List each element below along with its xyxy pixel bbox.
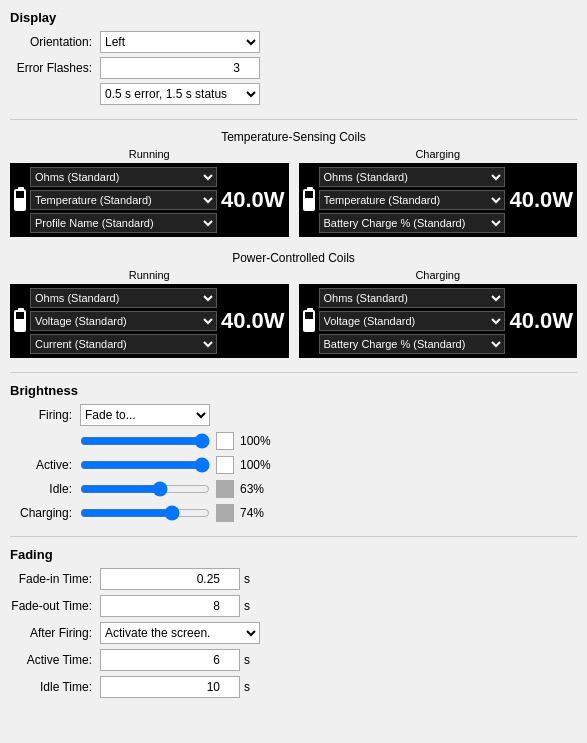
- power-running-select-3[interactable]: Current (Standard): [30, 334, 217, 354]
- charging-slider-row: Charging: 74%: [10, 504, 577, 522]
- power-charging-select-3[interactable]: Battery Charge % (Standard): [319, 334, 506, 354]
- temp-running-panel: Running Ohms (Standard) Temperature (Sta…: [10, 148, 289, 237]
- active-pct: 100%: [240, 458, 275, 472]
- brightness-title: Brightness: [10, 383, 577, 398]
- orientation-select[interactable]: Left Right Top Bottom: [100, 31, 260, 53]
- fade-out-label: Fade-out Time:: [10, 599, 100, 613]
- power-running-select-1[interactable]: Ohms (Standard): [30, 288, 217, 308]
- fade-in-row: Fade-in Time: s: [10, 568, 577, 590]
- error-flashes-label: Error Flashes:: [10, 61, 100, 75]
- battery-icon-temp-running: [14, 189, 26, 211]
- firing-row: Firing: Fade to... On Off: [10, 404, 577, 426]
- orientation-label: Orientation:: [10, 35, 100, 49]
- divider-2: [10, 372, 577, 373]
- firing-select[interactable]: Fade to... On Off: [80, 404, 210, 426]
- idle-time-row: Idle Time: s: [10, 676, 577, 698]
- charging-pct: 74%: [240, 506, 275, 520]
- active-slider-row: Active: 100%: [10, 456, 577, 474]
- temp-charging-label: Charging: [299, 148, 578, 160]
- power-running-label: Running: [10, 269, 289, 281]
- power-coils-title: Power-Controlled Coils: [10, 251, 577, 265]
- power-running-box: Ohms (Standard) Voltage (Standard) Curre…: [10, 284, 289, 358]
- power-charging-select-2[interactable]: Voltage (Standard): [319, 311, 506, 331]
- temp-running-label: Running: [10, 148, 289, 160]
- firing-slider[interactable]: [80, 433, 210, 449]
- power-running-watt: 40.0W: [221, 308, 285, 334]
- active-time-input[interactable]: [100, 649, 240, 671]
- flash-mode-select[interactable]: 0.5 s error, 1.5 s status 1 s error, 1 s…: [100, 83, 260, 105]
- fading-section: Fading Fade-in Time: s Fade-out Time: s …: [10, 547, 577, 698]
- power-running-dropdowns: Ohms (Standard) Voltage (Standard) Curre…: [30, 288, 217, 354]
- display-section: Display Orientation: Left Right Top Bott…: [10, 10, 577, 105]
- temp-running-dropdowns: Ohms (Standard) Temperature (Standard) P…: [30, 167, 217, 233]
- idle-label: Idle:: [10, 482, 80, 496]
- flash-mode-row: 0.5 s error, 1.5 s status 1 s error, 1 s…: [10, 83, 577, 105]
- power-running-select-2[interactable]: Voltage (Standard): [30, 311, 217, 331]
- after-firing-select[interactable]: Activate the screen. Do nothing. Turn of…: [100, 622, 260, 644]
- active-color-box: [216, 456, 234, 474]
- temp-charging-box: Ohms (Standard) Temperature (Standard) B…: [299, 163, 578, 237]
- firing-label: Firing:: [10, 408, 80, 422]
- temp-running-select-1[interactable]: Ohms (Standard): [30, 167, 217, 187]
- power-charging-box: Ohms (Standard) Voltage (Standard) Batte…: [299, 284, 578, 358]
- fading-title: Fading: [10, 547, 577, 562]
- power-charging-panel: Charging Ohms (Standard) Voltage (Standa…: [299, 269, 578, 358]
- error-flashes-input[interactable]: [100, 57, 260, 79]
- fade-in-input[interactable]: [100, 568, 240, 590]
- charging-label: Charging:: [10, 506, 80, 520]
- idle-time-input[interactable]: [100, 676, 240, 698]
- firing-color-box: [216, 432, 234, 450]
- active-label: Active:: [10, 458, 80, 472]
- power-charging-watt: 40.0W: [509, 308, 573, 334]
- temp-charging-select-3[interactable]: Battery Charge % (Standard): [319, 213, 506, 233]
- firing-slider-row: 100%: [10, 432, 577, 450]
- temp-coils-section: Temperature-Sensing Coils Running Ohms (…: [10, 130, 577, 237]
- firing-slider-container: 100%: [80, 432, 275, 450]
- fade-out-input[interactable]: [100, 595, 240, 617]
- temp-charging-select-1[interactable]: Ohms (Standard): [319, 167, 506, 187]
- power-charging-select-1[interactable]: Ohms (Standard): [319, 288, 506, 308]
- display-title: Display: [10, 10, 577, 25]
- active-slider-container: 100%: [80, 456, 275, 474]
- active-slider[interactable]: [80, 457, 210, 473]
- temp-coils-row: Running Ohms (Standard) Temperature (Sta…: [10, 148, 577, 237]
- idle-color-box: [216, 480, 234, 498]
- idle-pct: 63%: [240, 482, 275, 496]
- power-coils-row: Running Ohms (Standard) Voltage (Standar…: [10, 269, 577, 358]
- divider-1: [10, 119, 577, 120]
- temp-charging-watt: 40.0W: [509, 187, 573, 213]
- error-flashes-row: Error Flashes:: [10, 57, 577, 79]
- idle-slider-container: 63%: [80, 480, 275, 498]
- idle-time-label: Idle Time:: [10, 680, 100, 694]
- fade-in-label: Fade-in Time:: [10, 572, 100, 586]
- power-charging-dropdowns: Ohms (Standard) Voltage (Standard) Batte…: [319, 288, 506, 354]
- after-firing-label: After Firing:: [10, 626, 100, 640]
- fade-out-unit: s: [244, 599, 250, 613]
- divider-3: [10, 536, 577, 537]
- power-coils-section: Power-Controlled Coils Running Ohms (Sta…: [10, 251, 577, 358]
- battery-icon-power-charging: [303, 310, 315, 332]
- temp-charging-select-2[interactable]: Temperature (Standard): [319, 190, 506, 210]
- active-time-label: Active Time:: [10, 653, 100, 667]
- charging-slider[interactable]: [80, 505, 210, 521]
- temp-running-watt: 40.0W: [221, 187, 285, 213]
- orientation-row: Orientation: Left Right Top Bottom: [10, 31, 577, 53]
- temp-running-select-3[interactable]: Profile Name (Standard): [30, 213, 217, 233]
- idle-slider[interactable]: [80, 481, 210, 497]
- after-firing-row: After Firing: Activate the screen. Do no…: [10, 622, 577, 644]
- temp-charging-dropdowns: Ohms (Standard) Temperature (Standard) B…: [319, 167, 506, 233]
- power-running-panel: Running Ohms (Standard) Voltage (Standar…: [10, 269, 289, 358]
- idle-slider-row: Idle: 63%: [10, 480, 577, 498]
- temp-running-select-2[interactable]: Temperature (Standard): [30, 190, 217, 210]
- charging-color-box: [216, 504, 234, 522]
- brightness-section: Brightness Firing: Fade to... On Off 100…: [10, 383, 577, 522]
- temp-charging-panel: Charging Ohms (Standard) Temperature (St…: [299, 148, 578, 237]
- firing-pct: 100%: [240, 434, 275, 448]
- battery-icon-power-running: [14, 310, 26, 332]
- battery-icon-temp-charging: [303, 189, 315, 211]
- fade-out-row: Fade-out Time: s: [10, 595, 577, 617]
- temp-coils-title: Temperature-Sensing Coils: [10, 130, 577, 144]
- temp-running-box: Ohms (Standard) Temperature (Standard) P…: [10, 163, 289, 237]
- charging-slider-container: 74%: [80, 504, 275, 522]
- active-time-unit: s: [244, 653, 250, 667]
